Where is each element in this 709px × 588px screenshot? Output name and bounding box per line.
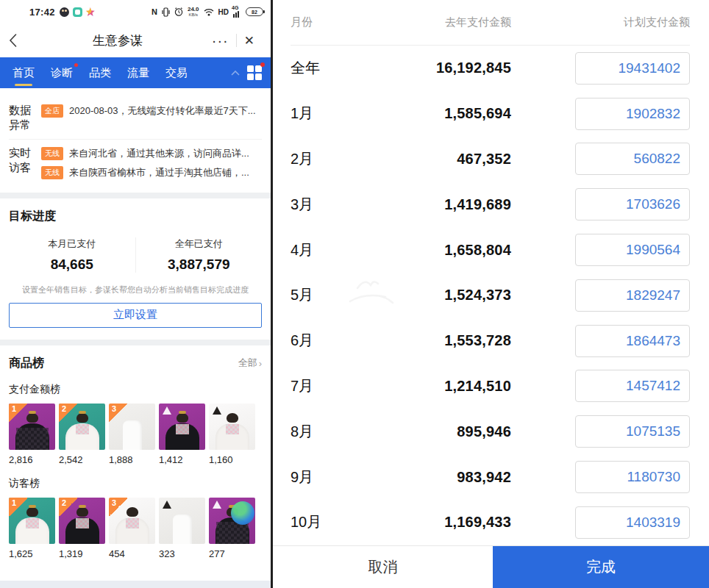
product-item[interactable]: 1 2,816	[9, 404, 55, 465]
realtime-visitors-row[interactable]: 实时访客 无线 来自河北省，通过其他来源，访问商品详... 无线 来自陕西省榆林…	[9, 139, 262, 185]
month-label: 8月	[291, 422, 371, 442]
product-item[interactable]: 2 2,542	[59, 404, 105, 465]
product-image	[159, 404, 205, 450]
table-row: 4月 1,658,804	[291, 227, 690, 273]
page-title: 生意参谋	[31, 32, 204, 49]
section-gap	[0, 193, 271, 198]
goal-progress-section: 目标进度 本月已支付 84,665 全年已支付 3,887,579 设置全年销售…	[0, 198, 271, 340]
goal-table: 月份 去年支付金额 计划支付金额 全年 16,192,845 1月 1,585,…	[273, 0, 709, 545]
apps-grid-button[interactable]	[247, 65, 262, 80]
done-button[interactable]: 完成	[493, 546, 709, 588]
brand-logo-icon	[213, 406, 221, 415]
data-anomaly-title: 数据异常	[9, 103, 34, 133]
rank-badge: 1	[9, 404, 27, 422]
product-item[interactable]: 323	[159, 498, 205, 559]
last-year-value: 1,169,433	[371, 514, 511, 531]
last-year-value: 1,419,689	[371, 196, 511, 213]
last-year-value: 1,553,728	[371, 332, 511, 349]
close-button[interactable]: ✕	[237, 33, 262, 49]
chevron-right-icon: ›	[259, 358, 262, 369]
tab-trade[interactable]: 交易	[157, 57, 196, 88]
product-value: 1,625	[9, 548, 55, 559]
visitor-text: 来自陕西省榆林市，通过手淘其他店铺，...	[69, 166, 249, 179]
photo-notification-icon	[86, 7, 95, 16]
arrow-up-icon[interactable]	[231, 70, 240, 76]
rank-badge: 3	[109, 498, 127, 516]
stat-value: 3,887,579	[136, 257, 263, 273]
tab-category[interactable]: 品类	[81, 57, 119, 88]
nav-header: 生意参谋 ··· ✕	[0, 24, 271, 57]
month-label: 9月	[291, 467, 371, 487]
plan-amount-input[interactable]	[575, 188, 690, 220]
avatar-notification-icon	[60, 7, 69, 17]
product-image: 2	[59, 498, 105, 544]
product-item[interactable]: 1,160	[209, 404, 255, 465]
plan-amount-input[interactable]	[575, 52, 690, 85]
pay-rank-list: 1 2,816 2 2,542 3	[9, 404, 262, 465]
tab-traffic[interactable]: 流量	[119, 57, 157, 88]
plan-amount-input[interactable]	[575, 506, 690, 539]
sticker-overlay	[231, 501, 254, 525]
plan-amount-input[interactable]	[575, 98, 690, 130]
plan-amount-input[interactable]	[575, 279, 690, 312]
rank-badge: 2	[59, 498, 77, 516]
plan-amount-input[interactable]	[575, 415, 690, 448]
alarm-icon	[174, 7, 183, 16]
last-year-value: 16,192,845	[371, 60, 511, 76]
month-label: 2月	[291, 149, 371, 169]
product-image: 3	[109, 404, 155, 450]
last-year-value: 983,942	[371, 469, 511, 486]
table-row: 7月 1,214,510	[291, 364, 690, 409]
brand-logo-icon	[213, 501, 221, 509]
product-item[interactable]: 3 1,888	[109, 404, 155, 465]
wireless-badge: 无线	[41, 147, 63, 160]
cancel-button[interactable]: 取消	[273, 546, 493, 588]
stat-label: 全年已支付	[136, 237, 263, 251]
view-all-link[interactable]: 全部 ›	[238, 356, 262, 370]
anomaly-text: 2020-08-03，无线端支付转化率最近7天下...	[69, 104, 256, 118]
product-image	[209, 404, 255, 450]
product-item[interactable]: 277	[209, 498, 255, 559]
month-label: 1月	[291, 104, 371, 123]
plan-amount-input[interactable]	[575, 143, 690, 175]
brand-logo-icon	[163, 406, 171, 415]
wireless-badge: 无线	[41, 166, 63, 179]
realtime-title: 实时访客	[9, 146, 34, 176]
product-rank-section: 商品榜 全部 › 支付金额榜 1 2,816	[0, 345, 271, 581]
alerts-section: 数据异常 全店 2020-08-03，无线端支付转化率最近7天下... 实时访客…	[0, 88, 271, 193]
last-year-value: 1,585,694	[371, 105, 511, 122]
product-value: 1,412	[159, 454, 205, 465]
last-year-value: 1,658,804	[371, 242, 511, 259]
product-item[interactable]: 3 454	[109, 498, 155, 559]
rank-badge: 1	[9, 498, 27, 516]
product-image: 3	[109, 498, 155, 544]
header-last-year: 去年支付金额	[371, 15, 511, 29]
table-row: 9月 983,942	[291, 454, 690, 500]
product-item[interactable]: 1 1,625	[9, 498, 55, 559]
plan-amount-input[interactable]	[575, 461, 690, 493]
status-bar: 17:42 N 24.0 KB/	[0, 0, 271, 24]
product-value: 323	[159, 548, 205, 559]
goal-section-title: 目标进度	[9, 209, 262, 224]
month-label: 10月	[291, 512, 371, 532]
tab-diagnosis[interactable]: 诊断	[43, 57, 81, 88]
product-item[interactable]: 1,412	[159, 404, 205, 465]
plan-amount-input[interactable]	[575, 234, 690, 266]
bottom-strip	[0, 581, 271, 588]
visitor-text: 来自河北省，通过其他来源，访问商品详...	[69, 147, 249, 160]
plan-amount-input[interactable]	[575, 370, 690, 402]
rank-badge: 3	[109, 404, 127, 422]
header-month: 月份	[291, 15, 371, 29]
data-anomaly-row[interactable]: 数据异常 全店 2020-08-03，无线端支付转化率最近7天下...	[9, 97, 262, 139]
tab-home[interactable]: 首页	[4, 57, 43, 88]
plan-amount-input[interactable]	[575, 325, 690, 357]
table-row: 3月 1,419,689	[291, 182, 690, 227]
product-value: 2,542	[59, 454, 105, 465]
product-item[interactable]: 2 1,319	[59, 498, 105, 559]
hd-indicator: HD	[218, 8, 229, 16]
back-button[interactable]	[9, 34, 31, 47]
more-menu-button[interactable]: ···	[204, 32, 236, 49]
phone-panel: 17:42 N 24.0 KB/	[0, 0, 273, 588]
month-label: 4月	[291, 240, 371, 260]
setup-now-button[interactable]: 立即设置	[9, 303, 262, 328]
